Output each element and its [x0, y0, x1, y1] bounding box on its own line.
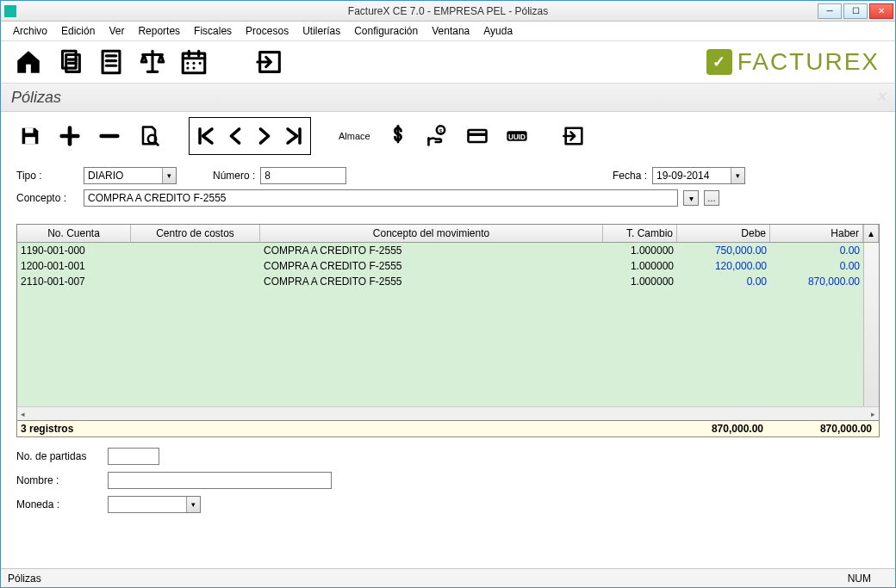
menu-edicion[interactable]: Edición [54, 23, 102, 39]
grid-hscroll[interactable]: ◂▸ [17, 406, 879, 420]
partidas-input[interactable] [108, 448, 159, 465]
svg-rect-22 [25, 137, 35, 144]
menu-ayuda[interactable]: Ayuda [476, 23, 520, 39]
col-debe[interactable]: Debe [677, 225, 770, 242]
maximize-button[interactable]: ☐ [843, 3, 868, 19]
table-row[interactable]: 1200-001-001COMPRA A CREDITO F-25551.000… [17, 258, 863, 274]
cell-debe: 750,000.00 [677, 244, 770, 257]
next-icon[interactable] [250, 120, 279, 152]
status-left: Pólizas [8, 573, 41, 585]
cell-tc: 1.000000 [603, 244, 677, 257]
table-row[interactable]: 1190-001-000COMPRA A CREDITO F-25551.000… [17, 243, 863, 258]
menubar: Archivo Edición Ver Reportes Fiscales Pr… [1, 22, 895, 41]
tipo-select[interactable]: ▾ [84, 167, 177, 184]
cell-haber: 0.00 [770, 244, 863, 257]
main-toolbar: ✓ FACTUREX [1, 41, 895, 84]
brand-text: FACTUREX [737, 48, 880, 76]
menu-archivo[interactable]: Archivo [6, 23, 54, 39]
cell-cc [131, 281, 260, 282]
minimize-button[interactable]: ─ [818, 3, 842, 19]
menu-configuracion[interactable]: Configuración [347, 23, 425, 39]
calendar-icon[interactable] [173, 45, 215, 79]
card-icon[interactable] [460, 120, 495, 152]
cell-cuenta: 1200-001-001 [17, 259, 131, 273]
close-button[interactable]: ✕ [869, 3, 893, 19]
chevron-down-icon[interactable]: ▾ [162, 168, 176, 183]
svg-text:UUID: UUID [508, 133, 526, 141]
status-num: NUM [848, 573, 888, 585]
moneda-input[interactable] [109, 498, 186, 511]
col-haber[interactable]: Haber [770, 225, 863, 242]
table-row[interactable]: 2110-001-007COMPRA A CREDITO F-25551.000… [17, 274, 863, 289]
col-concepto[interactable]: Concepto del movimiento [260, 225, 603, 242]
prev-icon[interactable] [221, 120, 250, 152]
grid-header: No. Cuenta Centro de costos Concepto del… [17, 225, 879, 243]
cell-cuenta: 2110-001-007 [17, 275, 131, 288]
cell-concepto: COMPRA A CREDITO F-2555 [260, 244, 603, 257]
documents-icon[interactable] [49, 45, 90, 79]
menu-ventana[interactable]: Ventana [425, 23, 476, 39]
last-icon[interactable] [279, 120, 308, 152]
almace-label: Almace [339, 131, 370, 141]
moneda-label: Moneda : [16, 498, 103, 511]
col-cuenta[interactable]: No. Cuenta [17, 225, 131, 242]
dollar-icon[interactable] [381, 120, 415, 152]
first-icon[interactable] [191, 120, 221, 152]
window-title: FactureX CE 7.0 - EMPRESA PEL - Pólizas [1, 5, 895, 17]
menu-fiscales[interactable]: Fiscales [187, 23, 239, 39]
section-close-icon[interactable]: ✕ [875, 89, 887, 105]
search-document-icon[interactable] [132, 120, 166, 152]
svg-text:$: $ [439, 128, 442, 134]
numero-input[interactable] [260, 167, 346, 184]
add-icon[interactable] [53, 120, 87, 152]
grid: No. Cuenta Centro de costos Concepto del… [16, 224, 880, 421]
app-icon [4, 5, 16, 17]
bottom-fields: No. de partidas Nombre : Moneda : ▾ [1, 443, 895, 525]
footer-debe: 870,000.00 [674, 423, 767, 435]
export-icon[interactable] [557, 120, 591, 152]
cell-concepto: COMPRA A CREDITO F-2555 [260, 275, 603, 288]
form-area: Tipo : ▾ Número : Fecha : ▾ Concepto : ▾… [1, 164, 895, 219]
section-header: Pólizas ✕ [1, 84, 895, 112]
fecha-picker[interactable]: ▾ [652, 167, 745, 184]
menu-utilerias[interactable]: Utilerías [296, 23, 347, 39]
footer-haber: 870,000.00 [767, 423, 875, 435]
svg-rect-21 [25, 128, 33, 133]
coin-hand-icon[interactable]: $ [420, 120, 455, 152]
titlebar: FactureX CE 7.0 - EMPRESA PEL - Pólizas … [1, 1, 895, 22]
balance-scale-icon[interactable] [132, 45, 173, 79]
document-lines-icon[interactable] [90, 45, 132, 79]
concepto-label: Concepto : [16, 192, 78, 204]
uuid-icon[interactable]: UUID [500, 120, 534, 152]
date-dropdown-icon[interactable]: ▾ [731, 168, 744, 183]
concepto-input[interactable] [84, 189, 678, 207]
scroll-up-icon[interactable]: ▴ [863, 225, 879, 242]
tipo-input[interactable] [84, 170, 162, 182]
moneda-select[interactable]: ▾ [108, 496, 201, 513]
cell-tc: 1.000000 [603, 275, 677, 288]
col-tc[interactable]: T. Cambio [603, 225, 677, 242]
cell-haber: 870,000.00 [770, 275, 863, 288]
concepto-browse-icon[interactable]: … [704, 190, 719, 206]
concepto-dropdown-icon[interactable]: ▾ [683, 190, 699, 206]
moneda-dropdown-icon[interactable]: ▾ [186, 497, 200, 512]
nombre-label: Nombre : [16, 474, 103, 486]
menu-procesos[interactable]: Procesos [239, 23, 296, 39]
menu-ver[interactable]: Ver [102, 23, 131, 39]
footer-count: 3 registros [21, 423, 674, 435]
nombre-input[interactable] [108, 472, 332, 489]
remove-icon[interactable] [92, 120, 127, 152]
grid-body: 1190-001-000COMPRA A CREDITO F-25551.000… [17, 243, 879, 406]
import-icon[interactable] [249, 45, 290, 79]
menu-reportes[interactable]: Reportes [131, 23, 187, 39]
app-window: FactureX CE 7.0 - EMPRESA PEL - Pólizas … [0, 0, 896, 588]
fecha-input[interactable] [653, 170, 731, 182]
poliza-toolbar: Almace $ UUID [1, 112, 895, 164]
section-title: Pólizas [11, 89, 61, 107]
cell-cuenta: 1190-001-000 [17, 244, 131, 257]
home-icon[interactable] [8, 45, 49, 79]
save-icon[interactable] [13, 120, 47, 152]
svg-rect-34 [468, 133, 486, 137]
col-cc[interactable]: Centro de costos [131, 225, 260, 242]
cell-debe: 0.00 [677, 275, 770, 288]
